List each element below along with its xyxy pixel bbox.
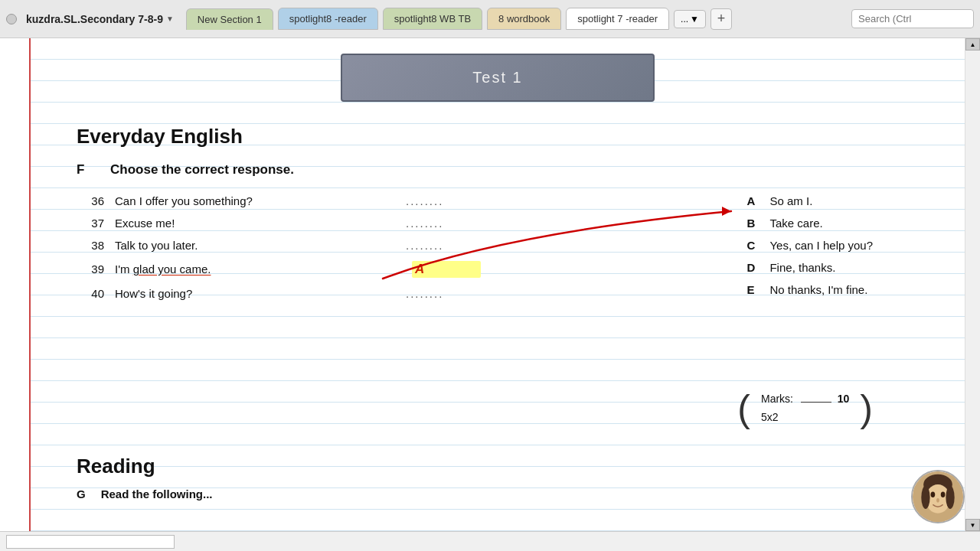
avatar-svg bbox=[913, 470, 963, 523]
right-scrollbar[interactable]: ▲ ▼ bbox=[965, 38, 980, 531]
doc-title-dropdown-icon[interactable]: ▼ bbox=[166, 15, 174, 23]
question-dots: ........ bbox=[406, 239, 475, 252]
tab-new-section[interactable]: New Section 1 bbox=[186, 8, 273, 30]
window-close-btn[interactable] bbox=[6, 14, 17, 24]
svg-point-4 bbox=[931, 491, 936, 497]
content-area: Test 1 Everyday English F Choose the cor… bbox=[31, 38, 965, 531]
question-text: Talk to you later. bbox=[115, 239, 406, 252]
section1-heading: Everyday English bbox=[77, 125, 919, 148]
svg-point-8 bbox=[946, 486, 954, 509]
tab-more-button[interactable]: ... ▼ bbox=[674, 10, 706, 28]
tab-8-wordbook[interactable]: 8 wordbook bbox=[487, 8, 561, 30]
answers-column: A So am I. B Take care. C Yes, can I hel… bbox=[746, 194, 873, 305]
scroll-down-button[interactable]: ▼ bbox=[965, 519, 980, 531]
instruction-letter: F bbox=[77, 162, 95, 178]
marks-label: Marks: 10 bbox=[761, 390, 849, 409]
question-answer-written: A bbox=[412, 261, 481, 278]
question-text: Can I offer you something? bbox=[115, 194, 406, 207]
avatar bbox=[911, 470, 965, 523]
marks-score: 10 bbox=[838, 393, 850, 405]
answer-text: Take care. bbox=[769, 217, 822, 230]
underlined-text: glad you came. bbox=[133, 262, 211, 276]
test-title-box: Test 1 bbox=[341, 54, 655, 102]
marks-bracket-left: ( bbox=[737, 390, 750, 428]
marks-bracket-right: ) bbox=[860, 390, 873, 428]
topbar: kuzdra.SL.Secondary 7-8-9 ▼ New Section … bbox=[0, 0, 980, 38]
tab-spotlight8-wb-tb[interactable]: spotlight8 WB TB bbox=[383, 8, 482, 30]
question-text: I'm glad you came. bbox=[115, 262, 406, 276]
answer-text: Fine, thanks. bbox=[769, 261, 835, 274]
tab-more-dropdown-icon: ▼ bbox=[690, 14, 699, 24]
scroll-up-button[interactable]: ▲ bbox=[965, 38, 980, 51]
marks-score-line bbox=[801, 402, 831, 403]
answer-text: No thanks, I'm fine. bbox=[769, 283, 867, 296]
answer-letter: A bbox=[746, 194, 762, 207]
answer-letter: E bbox=[746, 283, 762, 296]
answer-letter: D bbox=[746, 261, 762, 274]
tab-spotlight8-reader[interactable]: spotlight8 -reader bbox=[278, 8, 378, 30]
section2-heading: Reading bbox=[77, 455, 919, 478]
window-controls bbox=[6, 14, 17, 24]
instruction-row: F Choose the correct response. bbox=[77, 162, 919, 178]
answer-text: Yes, can I help you? bbox=[769, 239, 873, 252]
marks-content: Marks: 10 5x2 bbox=[753, 386, 857, 432]
question-text: Excuse me! bbox=[115, 217, 406, 230]
svg-point-5 bbox=[941, 491, 946, 497]
avatar-image bbox=[913, 471, 963, 522]
question-number: 40 bbox=[77, 287, 115, 300]
question-number: 36 bbox=[77, 194, 115, 207]
question-number: 37 bbox=[77, 217, 115, 230]
tab-spotlight7-reader[interactable]: spotlight 7 -reader bbox=[566, 8, 669, 30]
marks-box: ( Marks: 10 5x2 ) bbox=[77, 386, 919, 432]
bottom-bar bbox=[0, 531, 980, 551]
exercise-area: 36 Can I offer you something? ........ 3… bbox=[77, 194, 919, 363]
question-dots: ........ bbox=[406, 194, 475, 207]
tab-add-button[interactable]: + bbox=[710, 8, 732, 30]
search-input[interactable] bbox=[851, 9, 974, 28]
main-area: Test 1 Everyday English F Choose the cor… bbox=[0, 38, 980, 531]
answer-letter: C bbox=[746, 239, 762, 252]
question-dots: ........ bbox=[406, 217, 475, 230]
bottom-input[interactable] bbox=[6, 535, 175, 549]
marks-formula: 5x2 bbox=[761, 409, 849, 427]
list-item: E No thanks, I'm fine. bbox=[746, 283, 873, 296]
list-item: D Fine, thanks. bbox=[746, 261, 873, 274]
doc-title[interactable]: kuzdra.SL.Secondary 7-8-9 ▼ bbox=[26, 13, 174, 25]
list-item: C Yes, can I help you? bbox=[746, 239, 873, 252]
reading-content-placeholder: G Read the following... bbox=[77, 487, 919, 500]
question-number: 39 bbox=[77, 262, 115, 276]
answer-text: So am I. bbox=[769, 194, 812, 207]
question-number: 38 bbox=[77, 239, 115, 252]
answer-letter: B bbox=[746, 217, 762, 230]
instruction-text: Choose the correct response. bbox=[110, 162, 294, 178]
reading-instruction-text: Read the following... bbox=[101, 487, 213, 500]
list-item: A So am I. bbox=[746, 194, 873, 207]
question-text: How's it going? bbox=[115, 287, 406, 300]
svg-point-7 bbox=[921, 486, 929, 509]
question-dots: ........ bbox=[406, 287, 475, 300]
test-title: Test 1 bbox=[472, 69, 522, 86]
left-margin-bar bbox=[0, 38, 31, 531]
reading-instruction-letter: G bbox=[77, 487, 86, 500]
doc-title-text: kuzdra.SL.Secondary 7-8-9 bbox=[26, 13, 163, 25]
svg-point-6 bbox=[936, 498, 939, 503]
list-item: B Take care. bbox=[746, 217, 873, 230]
